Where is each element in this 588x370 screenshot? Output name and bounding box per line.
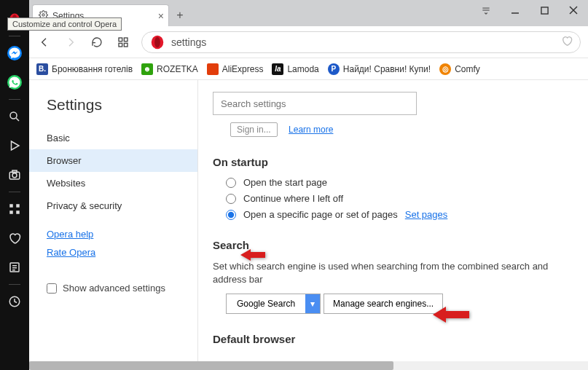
forward-button[interactable]	[63, 34, 79, 50]
search-engine-selected: Google Search	[227, 299, 305, 309]
svg-rect-27	[124, 43, 128, 47]
address-bar-row	[29, 26, 588, 58]
play-icon[interactable]	[0, 131, 29, 160]
sidebar-item-websites[interactable]: Websites	[29, 172, 197, 194]
settings-main: Sign in... Learn more On startup Open th…	[198, 80, 588, 361]
sidebar-item-privacy[interactable]: Privacy & security	[29, 194, 197, 217]
reload-button[interactable]	[89, 34, 105, 50]
startup-option-start-page[interactable]: Open the start page	[226, 177, 573, 188]
radio-continue[interactable]	[226, 194, 236, 204]
startup-option-continue[interactable]: Continue where I left off	[226, 193, 573, 204]
truncated-link[interactable]: Learn more	[289, 125, 333, 135]
search-engine-dropdown[interactable]: Google Search ▾	[226, 294, 321, 314]
bookmark-item[interactable]: ◎Comfy	[439, 63, 480, 75]
sidebar-item-browser[interactable]: Browser	[29, 149, 197, 172]
close-icon[interactable]: ×	[158, 10, 164, 22]
back-button[interactable]	[36, 34, 52, 50]
annotation-arrow	[433, 306, 469, 326]
set-pages-link[interactable]: Set pages	[405, 209, 448, 220]
svg-rect-26	[119, 43, 122, 47]
svg-rect-10	[9, 210, 13, 214]
opera-menu-tooltip: Customize and control Opera	[7, 17, 122, 31]
rate-opera-link[interactable]: Rate Opera	[47, 247, 180, 258]
svg-marker-30	[240, 249, 265, 261]
svg-marker-4	[12, 141, 20, 150]
speed-dial-button[interactable]	[115, 34, 131, 50]
svg-rect-24	[119, 38, 122, 42]
opera-favicon-icon	[149, 34, 165, 50]
sidebar-item-basic[interactable]: Basic	[29, 127, 197, 149]
svg-point-6	[12, 173, 17, 178]
settings-content: Settings Basic Browser Websites Privacy …	[29, 80, 588, 361]
window-controls	[471, 0, 588, 20]
show-advanced-label: Show advanced settings	[63, 283, 165, 294]
camera-icon[interactable]	[0, 160, 29, 189]
bookmark-item[interactable]: laLamoda	[272, 63, 318, 75]
maximize-icon[interactable]	[530, 0, 559, 20]
speed-dial-icon[interactable]	[0, 194, 29, 224]
show-advanced-checkbox[interactable]	[47, 283, 57, 294]
new-tab-button[interactable]: +	[169, 4, 191, 26]
radio-start-page[interactable]	[226, 178, 236, 188]
search-settings-input[interactable]	[213, 92, 417, 115]
heart-icon[interactable]	[0, 224, 29, 253]
annotation-arrow	[240, 248, 265, 265]
svg-rect-25	[124, 38, 128, 42]
svg-point-29	[154, 36, 160, 47]
bookmark-item[interactable]: B.Бронювання готелів	[36, 63, 133, 75]
address-bar[interactable]	[141, 31, 581, 53]
svg-line-3	[16, 118, 19, 121]
history-icon[interactable]	[0, 287, 29, 316]
svg-rect-8	[9, 204, 13, 208]
address-input[interactable]	[171, 36, 555, 48]
horizontal-scrollbar[interactable]	[29, 361, 588, 370]
bookmark-heart-icon[interactable]	[561, 35, 573, 50]
startup-option-specific[interactable]: Open a specific page or set of pages Set…	[226, 209, 573, 220]
bookmark-item[interactable]: AliExpress	[207, 63, 264, 75]
section-search: Search Set which search engine is used w…	[213, 239, 573, 314]
radio-specific-page[interactable]	[226, 210, 236, 220]
bookmark-item[interactable]: PНайди! Сравни! Купи!	[328, 63, 431, 75]
page-title: Settings	[29, 93, 197, 127]
bookmarks-bar: B.Бронювання готелів ☻ROZETKA AliExpress…	[29, 58, 588, 80]
settings-sidebar: Settings Basic Browser Websites Privacy …	[29, 80, 198, 361]
opera-help-link[interactable]: Opera help	[47, 229, 180, 240]
default-browser-heading: Default browser	[213, 333, 573, 345]
section-default-browser: Default browser	[213, 333, 573, 345]
svg-rect-9	[16, 204, 20, 208]
svg-rect-11	[16, 210, 20, 214]
chevron-down-icon: ▾	[305, 294, 320, 313]
minimize-icon[interactable]	[501, 0, 530, 20]
search-description: Set which search engine is used when sea…	[213, 260, 573, 286]
scrollbar-thumb[interactable]	[29, 361, 393, 370]
section-startup: On startup Open the start page Continue …	[213, 156, 573, 220]
svg-point-2	[10, 112, 17, 119]
left-rail	[0, 0, 29, 370]
whatsapp-icon[interactable]	[0, 68, 29, 97]
truncated-button[interactable]: Sign in...	[230, 122, 278, 137]
svg-rect-21	[541, 7, 547, 13]
search-icon[interactable]	[0, 102, 29, 131]
manage-search-engines-button[interactable]: Manage search engines...	[324, 294, 443, 314]
svg-marker-31	[433, 307, 469, 323]
svg-point-17	[42, 13, 44, 15]
window-close-icon[interactable]	[559, 0, 588, 20]
news-icon[interactable]	[0, 253, 29, 282]
tabs-menu-icon[interactable]	[471, 0, 501, 20]
messenger-icon[interactable]	[0, 39, 29, 68]
startup-heading: On startup	[213, 156, 573, 168]
bookmark-item[interactable]: ☻ROZETKA	[141, 63, 198, 75]
